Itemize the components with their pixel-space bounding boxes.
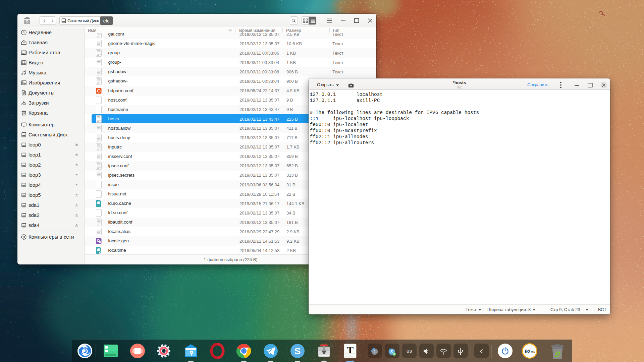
svg-text:S: S [294, 346, 301, 356]
svg-text:T: T [347, 344, 354, 355]
svg-text:1: 1 [374, 350, 376, 354]
